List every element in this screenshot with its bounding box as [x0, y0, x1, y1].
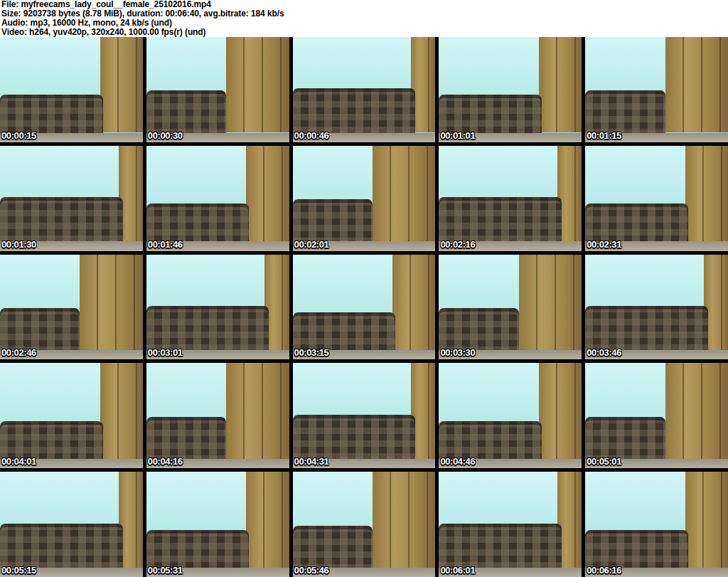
couch-placeholder: [146, 417, 226, 459]
timestamp-overlay: 00:00:15: [1, 130, 36, 141]
timestamp-overlay: 00:02:16: [440, 239, 475, 250]
wardrobe-placeholder: [539, 363, 582, 458]
couch-placeholder: [293, 526, 373, 568]
video-thumbnail: 00:03:01: [146, 255, 289, 360]
video-thumbnail: 00:01:01: [439, 37, 582, 142]
timestamp-overlay: 00:02:01: [294, 239, 329, 250]
couch-placeholder: [293, 199, 373, 241]
wardrobe-placeholder: [392, 255, 435, 350]
wardrobe-placeholder: [665, 363, 728, 458]
video-thumbnail: 00:05:15: [0, 472, 143, 577]
couch-placeholder: [585, 203, 688, 241]
wardrobe-placeholder: [80, 255, 142, 350]
wardrobe-placeholder: [100, 37, 143, 132]
timestamp-overlay: 00:03:01: [148, 347, 183, 358]
media-info-header: File: myfreecams_lady_coul__female_25102…: [0, 0, 728, 37]
timestamp-overlay: 00:01:15: [587, 130, 621, 141]
couch-placeholder: [585, 90, 665, 132]
couch-placeholder: [439, 308, 518, 350]
couch-placeholder: [0, 197, 123, 243]
video-thumbnail: 00:04:16: [146, 363, 289, 468]
video-thumbnail: 00:01:46: [146, 146, 289, 251]
timestamp-overlay: 00:02:46: [1, 347, 36, 358]
timestamp-overlay: 00:05:01: [587, 456, 621, 467]
wardrobe-placeholder: [246, 146, 289, 241]
video-thumbnail: 00:00:46: [293, 37, 436, 142]
video-info-line: Video: h264, yuv420p, 320x240, 1000.00 f…: [1, 28, 728, 37]
timestamp-overlay: 00:01:30: [1, 239, 36, 250]
video-thumbnail: 00:02:46: [0, 255, 143, 360]
couch-placeholder: [146, 90, 226, 132]
timestamp-overlay: 00:05:46: [294, 565, 329, 576]
couch-placeholder: [0, 524, 123, 570]
video-thumbnail: 00:00:30: [146, 37, 289, 142]
couch-placeholder: [146, 306, 269, 352]
video-thumbnail: 00:03:46: [585, 255, 728, 360]
video-thumbnail: 00:06:16: [585, 472, 728, 577]
wardrobe-placeholder: [373, 472, 435, 568]
timestamp-overlay: 00:03:30: [440, 347, 475, 358]
timestamp-overlay: 00:04:46: [440, 456, 475, 467]
timestamp-overlay: 00:02:31: [587, 239, 621, 250]
video-thumbnail: 00:01:15: [585, 37, 728, 142]
timestamp-overlay: 00:05:31: [148, 565, 183, 576]
couch-placeholder: [146, 203, 250, 241]
timestamp-overlay: 00:03:15: [294, 347, 329, 358]
video-thumbnail: 00:05:31: [146, 472, 289, 577]
wardrobe-placeholder: [226, 37, 289, 132]
video-thumbnail: 00:06:01: [439, 472, 582, 577]
video-thumbnail: 00:04:31: [293, 363, 436, 468]
wardrobe-placeholder: [246, 472, 289, 568]
couch-placeholder: [585, 306, 708, 352]
couch-placeholder: [585, 530, 688, 568]
couch-placeholder: [439, 421, 542, 459]
couch-placeholder: [146, 530, 250, 568]
video-thumbnail: 00:05:46: [293, 472, 436, 577]
video-thumbnail: 00:00:15: [0, 37, 143, 142]
video-thumbnail: 00:04:01: [0, 363, 143, 468]
wardrobe-placeholder: [665, 37, 728, 132]
wardrobe-placeholder: [685, 146, 728, 241]
timestamp-overlay: 00:00:46: [294, 130, 329, 141]
timestamp-overlay: 00:00:30: [148, 130, 183, 141]
couch-placeholder: [293, 312, 396, 350]
timestamp-overlay: 00:04:16: [148, 456, 183, 467]
wardrobe-placeholder: [519, 255, 582, 350]
timestamp-overlay: 00:05:15: [1, 565, 36, 576]
thumbnail-grid: 00:00:1500:00:3000:00:4600:01:0100:01:15…: [0, 37, 728, 577]
timestamp-overlay: 00:01:46: [148, 239, 183, 250]
wardrobe-placeholder: [373, 146, 435, 241]
timestamp-overlay: 00:04:01: [1, 456, 36, 467]
couch-placeholder: [293, 88, 416, 134]
couch-placeholder: [439, 95, 542, 132]
couch-placeholder: [439, 197, 562, 243]
couch-placeholder: [0, 421, 103, 459]
video-thumbnail: 00:02:16: [439, 146, 582, 251]
video-thumbnail: 00:01:30: [0, 146, 143, 251]
video-thumbnail: 00:05:01: [585, 363, 728, 468]
timestamp-overlay: 00:06:01: [440, 565, 475, 576]
timestamp-overlay: 00:01:01: [440, 130, 475, 141]
timestamp-overlay: 00:06:16: [587, 565, 621, 576]
wardrobe-placeholder: [685, 472, 728, 568]
wardrobe-placeholder: [226, 363, 289, 458]
timestamp-overlay: 00:04:31: [294, 456, 329, 467]
couch-placeholder: [293, 415, 416, 461]
video-thumbnail: 00:03:30: [439, 255, 582, 360]
couch-placeholder: [439, 524, 562, 570]
video-thumbnail: 00:02:01: [293, 146, 436, 251]
couch-placeholder: [585, 417, 665, 459]
wardrobe-placeholder: [100, 363, 143, 458]
timestamp-overlay: 00:03:46: [587, 347, 621, 358]
video-thumbnail: 00:02:31: [585, 146, 728, 251]
couch-placeholder: [0, 95, 103, 132]
wardrobe-placeholder: [539, 37, 582, 132]
video-thumbnail: 00:04:46: [439, 363, 582, 468]
video-thumbnail: 00:03:15: [293, 255, 436, 360]
couch-placeholder: [0, 308, 80, 350]
